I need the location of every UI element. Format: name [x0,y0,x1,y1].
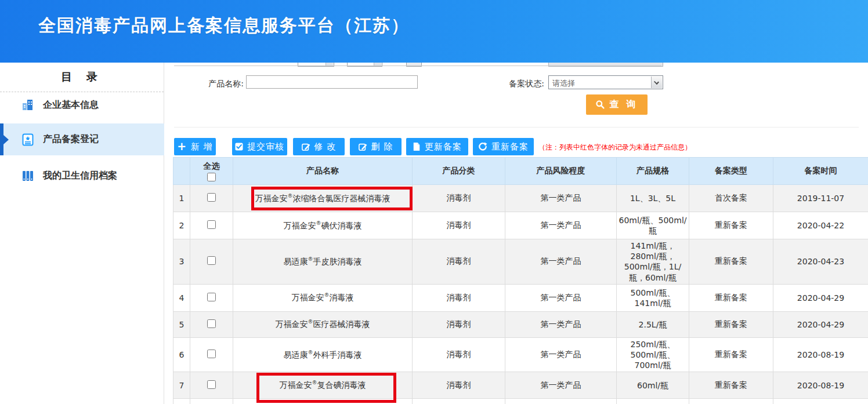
select-all-checkbox[interactable] [207,173,216,181]
row-checkbox[interactable] [207,256,216,265]
product-name-cell: 万福金安®医疗器械消毒液 [233,311,413,337]
col-header-filing-type: 备案类型 [689,158,773,185]
document-icon [413,142,421,151]
button-label: 新 增 [191,141,213,152]
col-header-spec: 产品规格 [617,158,689,185]
product-name-cell: 万福金安®络合氯医用器械消毒液 [233,399,413,404]
submit-review-button[interactable]: 提交审核 [232,138,287,155]
filing-status-label: 备案状态: [498,79,544,89]
edit-icon [359,143,367,151]
filing-type-cell: 首次备案 [689,399,773,404]
registered-mark: ® [312,380,317,385]
registered-mark: ® [324,292,330,298]
risk-cell: 第一类产品 [505,212,617,239]
registered-mark: ® [316,220,321,226]
risk-cell: 第一类产品 [505,311,617,337]
table-row: 5 万福金安®医疗器械消毒液 消毒剂 第一类产品 2.5L/瓶 重新备案 202… [173,311,868,337]
sidebar-item-enterprise-info[interactable]: 企业基本信息 [0,87,164,123]
category-cell: 消毒剂 [413,212,505,239]
filing-date-cell: 2020-08-19 [773,372,868,399]
table-row: 8 万福金安®络合氯医用器械消毒液 消毒剂 第一类产品 2.5L/瓶 首次备案 … [173,399,868,404]
certificate-icon [21,133,35,147]
row-checkbox[interactable] [207,319,216,328]
filing-type-cell: 重新备案 [689,311,773,337]
category-cell: 消毒剂 [413,372,505,399]
divider [174,127,859,128]
divider [174,65,661,66]
category-cell: 消毒剂 [413,399,505,404]
button-label: 重新备案 [491,141,529,152]
risk-cell: 第一类产品 [505,372,617,399]
registered-mark: ® [308,256,313,262]
product-name-input[interactable] [246,75,418,89]
table-row: 3 易适康®手皮肤消毒液 消毒剂 第一类产品 141ml/瓶，280ml/瓶，5… [173,239,868,285]
row-number: 5 [173,311,190,337]
row-checkbox[interactable] [207,350,216,358]
search-icon [595,100,605,110]
filing-type-cell: 重新备案 [689,284,773,311]
row-checkbox[interactable] [207,193,216,202]
risk-cell: 第一类产品 [505,399,617,404]
sidebar-item-label: 企业基本信息 [43,99,99,111]
row-number: 3 [173,239,190,285]
filing-date-cell: 2020-04-29 [773,284,868,311]
update-filing-button[interactable]: 更新备案 [406,138,468,155]
filing-status-select[interactable]: 请选择 [548,75,663,89]
filing-type-cell: 重新备案 [689,239,773,285]
row-checkbox[interactable] [207,220,216,229]
row-checkbox[interactable] [207,380,216,389]
sidebar-item-product-filing[interactable]: 产品备案登记 [0,123,164,155]
risk-cell: 第一类产品 [505,239,617,285]
spec-cell: 500ml/瓶、141ml/瓶 [617,284,689,311]
select-dropdown-button[interactable] [651,77,662,88]
spec-cell: 60ml/瓶、500ml/瓶 [617,212,689,239]
app-header: 全国消毒产品网上备案信息服务平台（江苏） [0,0,868,63]
risk-cell: 第一类产品 [505,337,617,372]
spec-cell: 60ml/瓶 [617,372,689,399]
category-cell: 消毒剂 [413,239,505,285]
filing-type-cell: 首次备案 [689,185,773,212]
row-number: 7 [173,372,190,399]
spec-cell: 250ml/瓶、500ml/瓶、700ml/瓶 [617,337,689,372]
refile-button[interactable]: 重新备案 [473,138,534,155]
spec-cell: 2.5L/瓶 [617,399,689,404]
col-header-index [173,158,190,185]
add-button[interactable]: + 新 增 [174,138,216,155]
registered-mark: ® [308,319,313,325]
table-row: 1 万福金安®浓缩络合氯医疗器械消毒液 消毒剂 第一类产品 1L、3L、5L 首… [173,185,868,212]
filing-date-cell: 2020-04-23 [773,239,868,285]
risk-cell: 第一类产品 [505,284,617,311]
check-square-icon [235,143,243,151]
row-number: 6 [173,337,190,372]
button-label: 提交审核 [247,141,284,152]
product-name-cell: 易适康®外科手消毒液 [233,337,413,372]
button-label: 删 除 [371,141,393,152]
row-checkbox[interactable] [207,293,216,301]
product-name-cell: 万福金安®复合碘消毒液 [233,372,413,399]
filing-date-cell: 2019-11-07 [773,185,868,212]
delete-button[interactable]: 删 除 [350,138,402,155]
modify-button[interactable]: 修 改 [293,138,345,155]
product-name-cell: 万福金安®浓缩络合氯医疗器械消毒液 [233,185,413,212]
row-number: 2 [173,212,190,239]
product-table: 全选 产品名称 产品分类 产品风险程度 产品规格 备案类型 备案时间 1 万福金… [173,157,868,404]
col-header-risk: 产品风险程度 [505,158,617,185]
filing-date-cell: 2020-04-29 [773,311,868,337]
product-name-label: 产品名称: [197,79,244,89]
col-header-product-name: 产品名称 [233,158,413,185]
query-button[interactable]: 查 询 [586,94,648,115]
sidebar-item-credit-archive[interactable]: 我的卫生信用档案 [0,156,164,195]
button-label: 更新备案 [425,141,462,152]
category-cell: 消毒剂 [413,337,505,372]
filing-type-cell: 重新备案 [689,337,773,372]
select-value: 请选择 [552,78,575,89]
toolbar: + 新 增 提交审核 修 改 删 除 更新备案 重新 [174,138,534,155]
table-row: 4 万福金安®消毒液 消毒剂 第一类产品 500ml/瓶、141ml/瓶 重新备… [173,284,868,311]
filing-type-cell: 重新备案 [689,212,773,239]
filing-type-cell: 重新备案 [689,372,773,399]
button-label: 修 改 [314,141,337,152]
sidebar-title: 目 录 [0,63,164,85]
col-header-select-all: 全选 [190,158,233,185]
refresh-icon [478,142,487,151]
row-number: 8 [173,399,190,404]
